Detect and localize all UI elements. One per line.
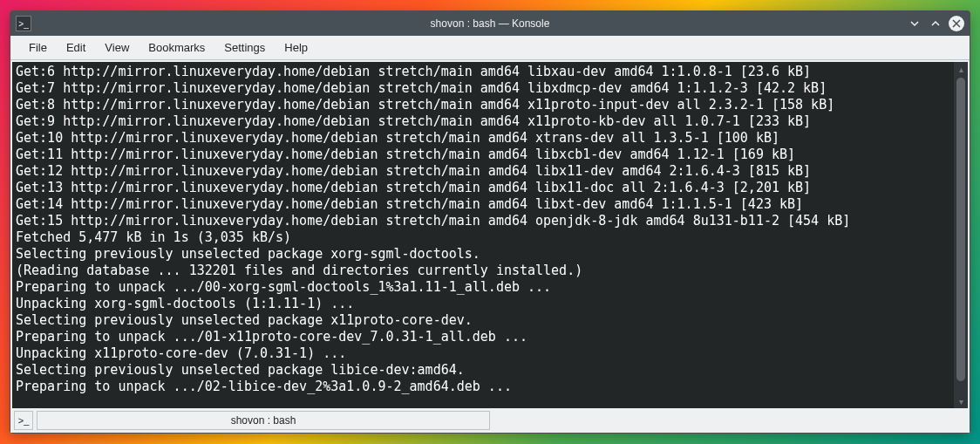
tabbar: >_ shovon : bash (10, 410, 970, 433)
menu-help[interactable]: Help (275, 37, 317, 58)
menu-settings[interactable]: Settings (214, 37, 275, 58)
scroll-up-arrow-icon[interactable]: ▴ (954, 62, 968, 76)
terminal-area: Get:6 http://mirror.linuxeveryday.home/d… (12, 62, 968, 408)
menu-view[interactable]: View (95, 37, 139, 58)
tab-label: shovon : bash (231, 414, 296, 427)
scrollbar[interactable]: ▴ ▾ (954, 62, 968, 408)
menubar: File Edit View Bookmarks Settings Help (10, 36, 970, 60)
scroll-thumb[interactable] (956, 78, 965, 381)
chevron-down-icon (909, 17, 921, 30)
window-controls (907, 16, 970, 31)
prompt-glyph-icon: >_ (18, 415, 30, 426)
minimize-button[interactable] (907, 16, 922, 31)
titlebar[interactable]: >_ shovon : bash — Konsole (10, 11, 970, 36)
close-button[interactable] (949, 16, 964, 31)
app-icon: >_ (16, 16, 31, 31)
maximize-button[interactable] (928, 16, 943, 31)
menu-edit[interactable]: Edit (57, 37, 95, 58)
menu-file[interactable]: File (19, 37, 57, 58)
scroll-down-arrow-icon[interactable]: ▾ (954, 394, 968, 408)
window-title: shovon : bash — Konsole (431, 17, 550, 30)
close-icon (952, 19, 961, 28)
konsole-window: >_ shovon : bash — Konsole File Edit (10, 10, 970, 434)
terminal-output[interactable]: Get:6 http://mirror.linuxeveryday.home/d… (12, 62, 954, 408)
prompt-glyph-icon: >_ (18, 19, 28, 29)
chevron-up-icon (929, 17, 942, 30)
menu-bookmarks[interactable]: Bookmarks (139, 37, 214, 58)
new-tab-button[interactable]: >_ (14, 411, 33, 430)
tab-shovon-bash[interactable]: shovon : bash (37, 411, 490, 430)
